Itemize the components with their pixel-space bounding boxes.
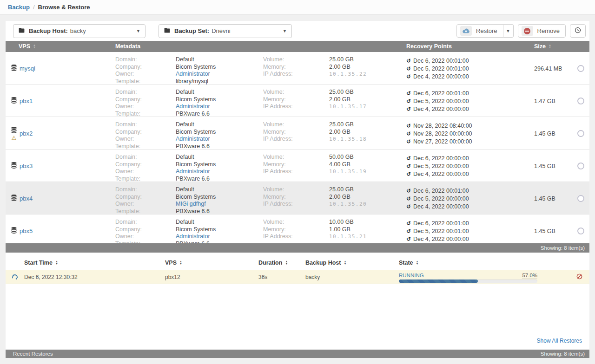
restore-options-button[interactable]: ▼	[503, 24, 514, 38]
meta-label: IP Address:	[263, 201, 329, 208]
recovery-point[interactable]: ↺Dec 6, 2022 00:01:00	[406, 220, 528, 227]
recovery-point[interactable]: ↺Dec 5, 2022 00:01:00	[406, 65, 528, 72]
meta-value: 1.00 GB	[329, 226, 406, 234]
vps-name-link[interactable]: pbx1	[20, 98, 33, 104]
recent-restores-title: Recent Restores	[6, 351, 53, 357]
meta-label: Volume:	[263, 89, 329, 96]
owner-link[interactable]: Administrator	[176, 233, 210, 240]
vps-metadata: Domain:Company:Owner:Template:DefaultBic…	[115, 150, 406, 182]
recovery-point[interactable]: ↺Dec 4, 2022 00:00:00	[406, 235, 528, 243]
backup-set-value: Dnevni	[212, 27, 230, 34]
backup-set-dropdown[interactable]: Backup Set: Dnevni ▼	[159, 24, 292, 38]
meta-value: 25.00 GB	[329, 186, 406, 194]
backup-host-value: backy	[70, 27, 86, 34]
meta-value: PBXware 6.6	[176, 240, 263, 244]
backup-host-dropdown[interactable]: Backup Host: backy ▼	[13, 24, 145, 38]
column-header-state[interactable]: State▲▼	[399, 260, 537, 266]
owner-link[interactable]: MIGi gdfhgf	[176, 201, 206, 207]
vps-size: 296.41 MB	[528, 52, 572, 85]
recovery-point[interactable]: ↺Dec 5, 2022 00:00:00	[406, 195, 528, 202]
vps-name-link[interactable]: pbx2	[20, 130, 33, 137]
vps-row[interactable]: mysqlDomain:Company:Owner:Template:Defau…	[6, 52, 589, 84]
recovery-point[interactable]: ↺Nov 27, 2022 00:00:00	[406, 138, 528, 145]
vps-row[interactable]: ⚠pbx2Domain:Company:Owner:Template:Defau…	[6, 117, 589, 150]
meta-value: Bicom Systems	[176, 226, 263, 234]
column-header-vps[interactable]: VPS▲▼	[165, 260, 258, 266]
vps-row[interactable]: pbx3Domain:Company:Owner:Template:Defaul…	[6, 150, 589, 182]
breadcrumb-separator: /	[33, 4, 35, 11]
breadcrumb: Backup / Browse & Restore	[0, 0, 595, 15]
restore-history-button[interactable]	[570, 24, 586, 38]
vps-row[interactable]: pbx5Domain:Company:Owner:Template:Defaul…	[6, 214, 589, 243]
meta-label: Memory:	[263, 129, 329, 136]
vps-size: 1.45 GB	[528, 117, 572, 150]
progress-fill	[399, 280, 478, 283]
warning-icon: ⚠	[12, 136, 17, 141]
owner-link[interactable]: Administrator	[176, 103, 210, 110]
recovery-point[interactable]: ↺Dec 6, 2022 00:01:00	[406, 90, 528, 97]
sort-icon: ▲▼	[344, 260, 346, 265]
vps-row[interactable]: pbx4Domain:Company:Owner:Template:Defaul…	[6, 182, 589, 214]
sort-icon: ▲▼	[55, 260, 58, 265]
vps-select-radio[interactable]	[577, 98, 584, 104]
column-header-backup-host[interactable]: Backup Host▲▼	[305, 260, 399, 266]
recovery-point[interactable]: ↺Nov 28, 2022 00:00:00	[406, 130, 528, 137]
vps-name-link[interactable]: pbx3	[20, 162, 33, 169]
recovery-point[interactable]: ↺Dec 4, 2022 00:00:00	[406, 105, 528, 113]
column-header-duration[interactable]: Duration▲▼	[258, 260, 305, 266]
recovery-point[interactable]: ↺Dec 5, 2022 00:00:00	[406, 98, 528, 105]
history-icon: ↺	[406, 195, 411, 202]
meta-value: Bicom Systems	[176, 96, 263, 104]
server-icon	[11, 127, 17, 135]
meta-value: 25.00 GB	[329, 56, 406, 64]
ip-address: 10.1.35.18	[329, 136, 367, 142]
history-icon: ↺	[406, 105, 411, 113]
recovery-point[interactable]: ↺Dec 5, 2022 00:01:00	[406, 228, 528, 235]
meta-value: PBXware 6.6	[176, 208, 263, 215]
vps-select-radio[interactable]	[577, 228, 584, 234]
column-header-vps[interactable]: VPS▲▼	[6, 43, 115, 50]
remove-button[interactable]: Remove	[518, 24, 566, 38]
restore-button[interactable]: Restore	[456, 24, 503, 38]
showing-count: Showing: 8 item(s)	[541, 245, 589, 251]
restore-backup-host: backy	[305, 274, 399, 280]
vps-metadata: Domain:Company:Owner:Template:DefaultBic…	[115, 117, 406, 150]
restore-start-time: Dec 6, 2022 12:30:32	[24, 274, 165, 280]
vps-name-link[interactable]: pbx4	[20, 195, 33, 202]
recovery-point[interactable]: ↺Dec 6, 2022 00:01:00	[406, 187, 528, 195]
recovery-point[interactable]: ↺Dec 6, 2022 00:00:00	[406, 155, 528, 162]
vps-row[interactable]: pbx1Domain:Company:Owner:Template:Defaul…	[6, 84, 589, 117]
meta-label: Company:	[115, 129, 176, 136]
owner-link[interactable]: Administrator	[176, 136, 210, 142]
meta-label: IP Address:	[263, 136, 329, 143]
cancel-restore-icon[interactable]	[576, 273, 582, 281]
recovery-point[interactable]: ↺Dec 5, 2022 00:00:00	[406, 162, 528, 170]
running-spinner-icon	[11, 273, 18, 280]
recovery-point[interactable]: ↺Dec 4, 2022 00:00:00	[406, 203, 528, 210]
owner-link[interactable]: Administrator	[176, 168, 210, 175]
show-all-restores-link[interactable]: Show All Restores	[537, 338, 582, 344]
breadcrumb-backup-link[interactable]: Backup	[8, 4, 30, 11]
column-header-start-time[interactable]: Start Time▲▼	[24, 260, 165, 266]
vps-select-radio[interactable]	[577, 65, 584, 72]
recovery-point[interactable]: ↺Nov 28, 2022 08:40:00	[406, 122, 528, 130]
sort-icon: ▲▼	[33, 44, 36, 49]
recovery-point[interactable]: ↺Dec 4, 2022 00:00:00	[406, 73, 528, 80]
vps-name-link[interactable]: pbx5	[20, 228, 33, 234]
meta-label: Domain:	[115, 121, 176, 129]
meta-label: Memory:	[263, 96, 329, 104]
history-icon: ↺	[406, 220, 411, 227]
column-header-size[interactable]: Size▲▼	[528, 43, 589, 50]
vps-name-link[interactable]: mysql	[20, 65, 35, 72]
meta-label: Domain:	[115, 154, 176, 161]
vps-select-radio[interactable]	[577, 162, 584, 169]
meta-label: Template:	[115, 240, 176, 244]
meta-label: IP Address:	[263, 168, 329, 176]
vps-select-radio[interactable]	[577, 130, 584, 137]
recovery-point[interactable]: ↺Dec 4, 2022 00:00:00	[406, 170, 528, 178]
vps-table-body: mysqlDomain:Company:Owner:Template:Defau…	[6, 52, 589, 243]
owner-link[interactable]: Administrator	[176, 71, 210, 77]
recovery-point[interactable]: ↺Dec 6, 2022 00:01:00	[406, 57, 528, 65]
vps-select-radio[interactable]	[577, 195, 584, 202]
chevron-down-icon: ▼	[506, 29, 510, 33]
